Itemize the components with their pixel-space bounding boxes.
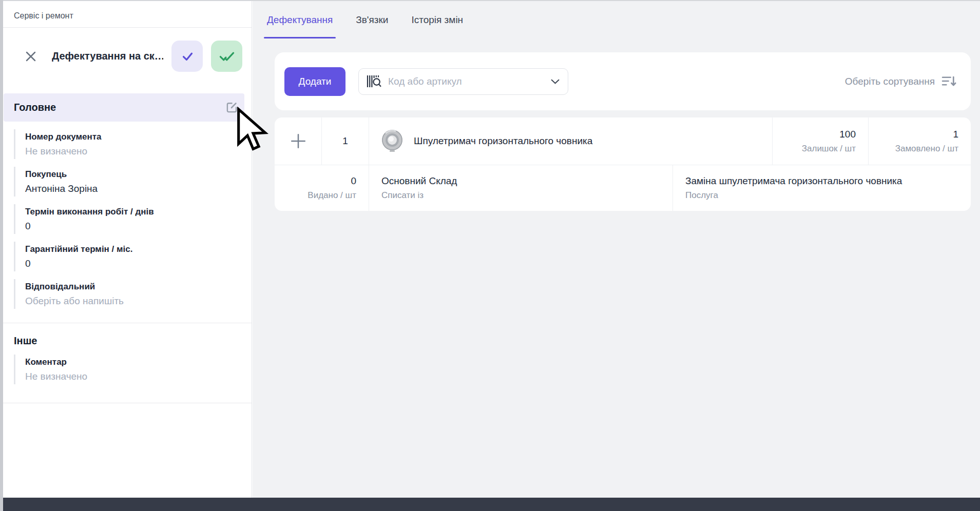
product-cell[interactable]: Шпулетримач горизонтального човника (369, 117, 773, 165)
module-title: Сервіс і ремонт (3, 1, 252, 21)
field-value: Не визначено (25, 144, 252, 159)
field-responsible[interactable]: Відповідальний Оберіть або напишіть (14, 279, 252, 309)
add-line-button[interactable] (275, 117, 322, 165)
toolbar: Додати Оберіть сортування (275, 52, 971, 110)
warehouse-value: Основний Склад (381, 175, 457, 187)
field-label: Номер документа (25, 130, 252, 144)
tab-change-history[interactable]: Історія змін (411, 1, 463, 38)
ordered-label: Замовлено / шт (895, 144, 958, 154)
plus-icon (290, 132, 307, 150)
close-button[interactable] (24, 49, 38, 64)
field-label: Покупець (25, 167, 252, 181)
field-value: Оберіть або напишіть (25, 293, 252, 308)
field-value: Антоніна Зоріна (25, 181, 252, 196)
section-header-main: Головне (4, 93, 244, 122)
tab-defecting[interactable]: Дефектування (267, 1, 333, 38)
tab-bar: Дефектування Зв'язки Історія змін (253, 1, 980, 38)
search-box[interactable] (358, 68, 568, 95)
check-icon (179, 48, 196, 65)
window-top-edge (0, 0, 980, 1)
sidebar: Сервіс і ремонт Дефектування на ск… Голо… (3, 1, 252, 498)
service-label: Послуга (685, 190, 718, 201)
section-header-other: Інше (14, 335, 252, 347)
divider (3, 403, 252, 403)
edit-icon (225, 101, 239, 114)
sort-descending-icon (941, 75, 956, 88)
tab-relations[interactable]: Зв'язки (356, 1, 388, 38)
warehouse-cell[interactable]: Основний Склад Списати із (369, 165, 673, 211)
field-warranty-term[interactable]: Гарантійний термін / міс. 0 (14, 242, 252, 271)
app-window: Сервіс і ремонт Дефектування на ск… Голо… (0, 0, 980, 511)
stock-value: 100 (839, 129, 856, 140)
section-title: Головне (14, 102, 56, 113)
ordered-cell[interactable]: 1 Замовлено / шт (869, 117, 971, 165)
quantity-cell[interactable]: 1 (322, 117, 369, 165)
field-label: Відповідальний (25, 280, 252, 293)
chevron-down-icon (551, 79, 560, 84)
item-row-main: 1 Шпулетримач горизонтального човника 10 (275, 117, 971, 165)
confirm-button[interactable] (171, 41, 203, 72)
sort-control[interactable]: Оберіть сортування (845, 75, 956, 88)
document-header: Дефектування на ск… (3, 41, 252, 72)
field-value: 0 (25, 256, 252, 271)
sort-label: Оберіть сортування (845, 76, 935, 87)
main-area: Дефектування Зв'язки Історія змін Додати… (253, 1, 980, 498)
barcode-search-icon (366, 74, 382, 89)
issued-label: Видано / шт (308, 190, 356, 201)
edit-section-button[interactable] (224, 100, 239, 115)
document-title: Дефектування на ск… (52, 50, 163, 62)
issued-cell[interactable]: 0 Видано / шт (275, 165, 369, 211)
field-document-number[interactable]: Номер документа Не визначено (14, 129, 252, 159)
divider (3, 323, 252, 323)
field-label: Термін виконання робіт / днів (25, 205, 252, 219)
taskbar (3, 498, 980, 511)
field-value: Не визначено (25, 369, 252, 384)
issued-value: 0 (351, 175, 356, 187)
item-card: 1 Шпулетримач горизонтального човника 10 (275, 117, 971, 211)
double-check-icon (219, 49, 235, 64)
field-label: Коментар (25, 355, 252, 369)
service-cell[interactable]: Заміна шпулетримача горизонтального човн… (673, 165, 971, 211)
stock-label: Залишок / шт (802, 144, 856, 154)
field-customer[interactable]: Покупець Антоніна Зоріна (14, 167, 252, 196)
window-left-edge (0, 0, 3, 511)
product-image (379, 128, 405, 154)
product-name: Шпулетримач горизонтального човника (414, 135, 592, 147)
confirm-all-button[interactable] (211, 41, 242, 72)
divider (3, 27, 252, 28)
field-value: 0 (25, 219, 252, 233)
field-comment[interactable]: Коментар Не визначено (14, 355, 252, 384)
item-row-details: 0 Видано / шт Основний Склад Списати із … (275, 165, 971, 211)
close-icon (24, 50, 37, 63)
stock-cell: 100 Залишок / шт (773, 117, 869, 165)
service-value: Заміна шпулетримача горизонтального човн… (685, 175, 902, 187)
ordered-value: 1 (953, 129, 958, 140)
field-label: Гарантійний термін / міс. (25, 242, 252, 256)
add-button[interactable]: Додати (284, 67, 345, 96)
field-work-term[interactable]: Термін виконання робіт / днів 0 (14, 204, 252, 234)
warehouse-label: Списати із (381, 190, 424, 201)
search-input[interactable] (388, 76, 545, 87)
